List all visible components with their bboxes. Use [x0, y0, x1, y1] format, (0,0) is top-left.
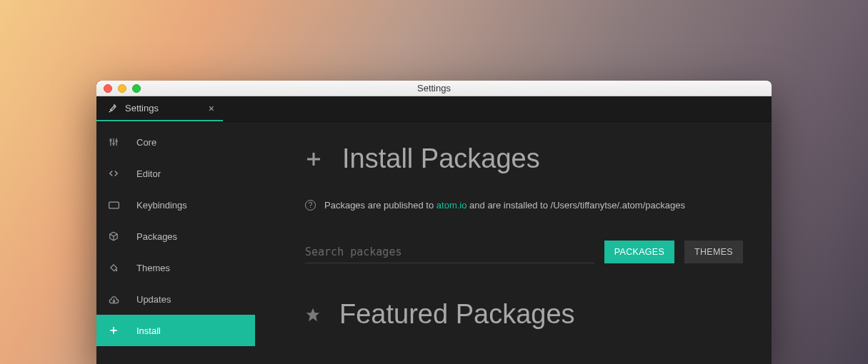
- tab-bar: Settings ×: [96, 96, 772, 122]
- main-panel: Install Packages ? Packages are publishe…: [255, 122, 772, 364]
- sidebar-item-label: Editor: [136, 168, 161, 179]
- paint-bucket-icon: [108, 262, 119, 273]
- code-icon: [108, 168, 119, 179]
- sidebar-item-editor[interactable]: Editor: [96, 158, 255, 189]
- wrench-icon: [108, 103, 118, 113]
- sidebar-item-core[interactable]: Core: [96, 126, 255, 158]
- titlebar: Settings: [96, 81, 772, 96]
- sidebar-item-themes[interactable]: Themes: [96, 252, 255, 283]
- sidebar-item-keybindings[interactable]: Keybindings: [96, 189, 255, 221]
- tab-label: Settings: [125, 103, 159, 113]
- settings-sidebar: Core Editor: [96, 122, 255, 364]
- close-tab-icon[interactable]: ×: [209, 103, 214, 114]
- help-icon[interactable]: ?: [305, 200, 316, 211]
- sidebar-item-install[interactable]: Install: [96, 315, 255, 346]
- sidebar-item-packages[interactable]: Packages: [96, 221, 255, 252]
- app-window: Settings Settings ×: [96, 81, 772, 364]
- sidebar-item-label: Keybindings: [136, 200, 187, 211]
- package-icon: [108, 231, 119, 242]
- featured-title: Featured Packages: [339, 299, 575, 330]
- tab-settings[interactable]: Settings ×: [96, 96, 223, 121]
- star-icon: [305, 307, 321, 323]
- packages-filter-button[interactable]: PACKAGES: [604, 241, 674, 263]
- keyboard-icon: [108, 199, 119, 211]
- plus-icon: [108, 325, 119, 336]
- featured-heading: Featured Packages: [305, 299, 743, 330]
- plus-large-icon: [305, 151, 322, 168]
- search-input[interactable]: [305, 241, 594, 263]
- svg-point-4: [113, 143, 114, 144]
- svg-point-5: [116, 141, 117, 142]
- sidebar-item-label: Core: [136, 137, 156, 148]
- page-title: Install Packages: [342, 143, 540, 174]
- content-area: Core Editor: [96, 122, 772, 364]
- search-row: PACKAGES THEMES: [305, 241, 743, 263]
- sidebar-item-label: Install: [136, 325, 161, 336]
- install-heading: Install Packages: [305, 143, 743, 174]
- sidebar-item-label: Updates: [136, 294, 171, 305]
- window-title: Settings: [96, 83, 772, 93]
- info-text: Packages are published to atom.io and ar…: [324, 200, 685, 211]
- atom-io-link[interactable]: atom.io: [437, 200, 467, 211]
- svg-point-3: [110, 140, 111, 141]
- cloud-download-icon: [108, 293, 119, 305]
- themes-filter-button[interactable]: THEMES: [684, 241, 743, 263]
- info-line: ? Packages are published to atom.io and …: [305, 200, 743, 211]
- sidebar-item-updates[interactable]: Updates: [96, 283, 255, 315]
- window-body: Settings × Core: [96, 96, 772, 364]
- sliders-icon: [108, 136, 119, 148]
- sidebar-item-label: Packages: [136, 231, 177, 242]
- svg-rect-6: [109, 202, 119, 208]
- sidebar-item-label: Themes: [136, 263, 170, 273]
- svg-marker-15: [306, 308, 319, 320]
